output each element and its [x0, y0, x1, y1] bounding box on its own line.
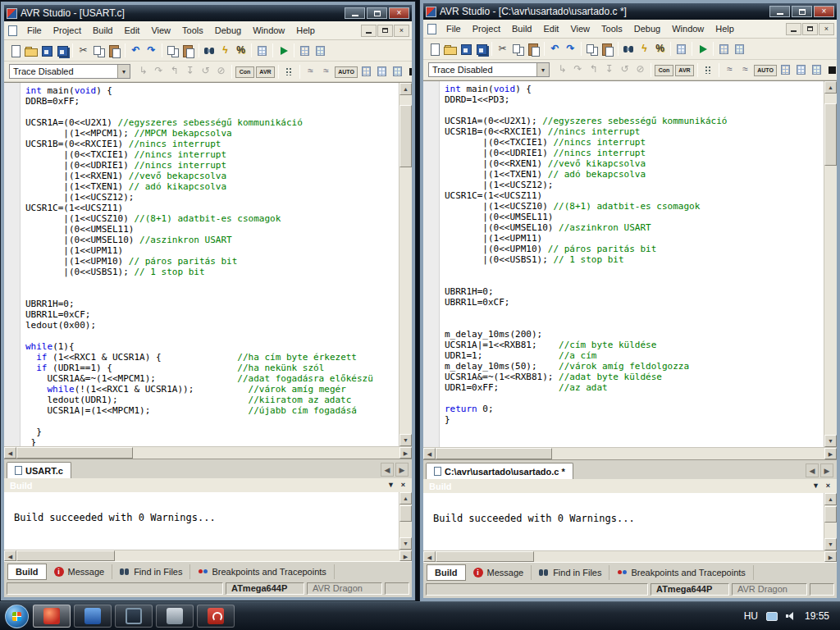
menu-debug[interactable]: Debug	[209, 25, 247, 35]
dot-grid-icon[interactable]	[282, 65, 296, 78]
build-all-icon[interactable]	[234, 44, 248, 57]
data-grid-icon[interactable]	[733, 43, 746, 56]
scroll-down-icon[interactable]: ▼	[399, 434, 412, 446]
reset-icon[interactable]	[199, 65, 212, 78]
menu-build[interactable]: Build	[87, 25, 118, 35]
redo-icon[interactable]	[144, 44, 158, 57]
trace-combo[interactable]: Trace Disabled ▾	[428, 62, 550, 77]
maximize-button[interactable]	[367, 7, 387, 19]
hscroll-thumb[interactable]	[16, 447, 133, 459]
auto-step-icon[interactable]: AUTO	[754, 65, 777, 76]
auto-step-icon[interactable]: AUTO	[335, 66, 358, 78]
save-all-icon[interactable]	[55, 44, 69, 57]
scroll-down-icon[interactable]: ▼	[399, 537, 412, 550]
open-file-icon[interactable]	[443, 43, 457, 56]
document-tab[interactable]: C:\avr\usartado\usartado.c *	[426, 463, 573, 479]
scroll-up-icon[interactable]: ▲	[399, 83, 412, 95]
redo-icon[interactable]	[564, 43, 578, 56]
menu-tools[interactable]: Tools	[596, 24, 628, 34]
combo-dropdown-icon[interactable]: ▾	[117, 65, 130, 78]
language-indicator[interactable]: HU	[744, 610, 758, 622]
hscroll-thumb[interactable]	[436, 448, 552, 459]
build-panel-header[interactable]: Build ▼ ×	[423, 479, 837, 493]
panel-tab-build[interactable]: Build	[427, 564, 466, 581]
copy-icon[interactable]	[92, 44, 106, 57]
panel-tab-find-in-files[interactable]: Find in Files	[112, 564, 190, 579]
vscroll-thumb[interactable]	[824, 506, 837, 523]
panel-menu-icon[interactable]: ▼	[385, 480, 397, 491]
close-button[interactable]: ×	[389, 7, 409, 19]
hscroll-thumb[interactable]	[16, 550, 115, 561]
save-all-icon[interactable]	[474, 43, 488, 56]
menu-build[interactable]: Build	[506, 24, 537, 34]
panel-tab-build[interactable]: Build	[7, 564, 47, 580]
menu-project[interactable]: Project	[48, 25, 87, 35]
mdi-minimize-button[interactable]	[361, 25, 377, 37]
volume-icon[interactable]	[786, 611, 797, 621]
copy-special-icon[interactable]	[166, 44, 180, 57]
build-panel-header[interactable]: Build ▼ ×	[4, 478, 412, 492]
avr-target-icon[interactable]: AVR	[675, 65, 694, 76]
step-out-icon[interactable]	[587, 63, 600, 76]
memory-grid-icon[interactable]	[794, 63, 808, 76]
io-grid-icon[interactable]	[778, 63, 792, 76]
trace-combo[interactable]: Trace Disabled ▾	[9, 64, 130, 79]
chip-icon[interactable]	[825, 63, 837, 76]
editor-hscrollbar[interactable]: ◀ ▶	[4, 446, 412, 459]
undo-icon[interactable]	[129, 44, 143, 57]
memory-grid-icon[interactable]	[255, 44, 269, 57]
scroll-down-icon[interactable]: ▼	[824, 538, 837, 550]
data-grid-icon[interactable]	[313, 44, 327, 57]
mdi-restore-button[interactable]	[802, 23, 818, 35]
mdi-close-button[interactable]: ×	[819, 23, 834, 35]
menu-window[interactable]: Window	[247, 25, 290, 35]
wave-a-icon[interactable]	[723, 63, 737, 76]
scroll-down-icon[interactable]: ▼	[824, 435, 837, 447]
build-icon[interactable]	[637, 43, 651, 56]
scroll-right-icon[interactable]: ▶	[824, 448, 837, 459]
wave-b-icon[interactable]	[738, 63, 752, 76]
display-icon[interactable]	[766, 612, 778, 621]
taskbar-button-app-avr-studio[interactable]	[33, 605, 71, 628]
dot-grid-icon[interactable]	[701, 63, 715, 76]
data-grid-icon[interactable]	[810, 63, 824, 76]
step-out-icon[interactable]	[167, 65, 181, 78]
run-icon[interactable]	[696, 43, 710, 56]
scroll-left-icon[interactable]: ◀	[423, 551, 436, 562]
save-file-icon[interactable]	[459, 43, 472, 56]
menu-edit[interactable]: Edit	[537, 24, 564, 34]
maximize-button[interactable]	[792, 6, 812, 17]
io-grid-icon[interactable]	[298, 44, 312, 57]
wave-b-icon[interactable]	[319, 65, 333, 78]
panel-tab-breakpoints-and-tracepoints[interactable]: Breakpoints and Tracepoints	[609, 565, 753, 580]
menu-tools[interactable]: Tools	[176, 25, 209, 35]
clock[interactable]: 19:55	[805, 610, 829, 622]
document-icon[interactable]	[427, 24, 436, 34]
io-grid-icon[interactable]	[359, 65, 373, 78]
code-area[interactable]: int main(void) {DDRD=1<<PD3; UCSR1A=(0<<…	[440, 81, 824, 447]
memory-grid-icon[interactable]	[674, 43, 688, 56]
scroll-right-icon[interactable]: ▶	[824, 551, 837, 562]
run-to-cursor-icon[interactable]	[183, 65, 197, 78]
open-file-icon[interactable]	[24, 44, 38, 57]
scroll-up-icon[interactable]: ▲	[824, 493, 837, 505]
step-into-icon[interactable]	[555, 63, 569, 76]
paste-special-icon[interactable]	[600, 43, 614, 56]
paste-icon[interactable]	[107, 44, 121, 57]
scroll-right-icon[interactable]: ▶	[399, 550, 412, 561]
tab-scroll-right-icon[interactable]: ▶	[820, 463, 833, 477]
close-button[interactable]: ×	[814, 6, 834, 17]
menu-help[interactable]: Help	[710, 24, 740, 34]
hscroll-thumb[interactable]	[436, 551, 534, 562]
cut-icon[interactable]	[495, 43, 509, 56]
editor-vscrollbar[interactable]: ▲ ▼	[824, 81, 837, 447]
scroll-up-icon[interactable]: ▲	[824, 81, 837, 94]
panel-close-icon[interactable]: ×	[822, 481, 834, 491]
cut-icon[interactable]	[76, 44, 90, 57]
panel-tab-find-in-files[interactable]: Find in Files	[532, 565, 609, 580]
code-area[interactable]: int main(void) {DDRB=0xFF; UCSR1A=(0<<U2…	[21, 83, 399, 446]
wave-a-icon[interactable]	[304, 65, 317, 78]
tab-scroll-left-icon[interactable]: ◀	[806, 463, 819, 477]
menu-edit[interactable]: Edit	[118, 25, 145, 35]
build-all-icon[interactable]	[653, 43, 667, 56]
